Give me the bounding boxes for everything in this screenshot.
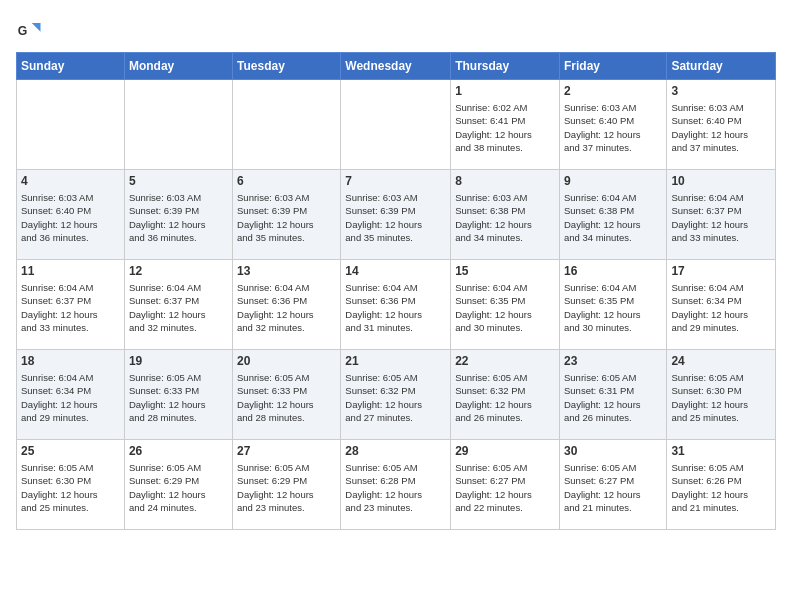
day-info: Sunrise: 6:04 AM Sunset: 6:37 PM Dayligh… xyxy=(129,281,228,334)
calendar: SundayMondayTuesdayWednesdayThursdayFrid… xyxy=(16,52,776,530)
day-number: 30 xyxy=(564,444,662,458)
header: G xyxy=(16,16,776,44)
day-info: Sunrise: 6:05 AM Sunset: 6:27 PM Dayligh… xyxy=(455,461,555,514)
day-info: Sunrise: 6:05 AM Sunset: 6:33 PM Dayligh… xyxy=(237,371,336,424)
day-number: 17 xyxy=(671,264,771,278)
calendar-cell: 16Sunrise: 6:04 AM Sunset: 6:35 PM Dayli… xyxy=(559,260,666,350)
day-info: Sunrise: 6:03 AM Sunset: 6:40 PM Dayligh… xyxy=(564,101,662,154)
day-info: Sunrise: 6:04 AM Sunset: 6:38 PM Dayligh… xyxy=(564,191,662,244)
svg-text:G: G xyxy=(18,24,28,38)
calendar-cell: 6Sunrise: 6:03 AM Sunset: 6:39 PM Daylig… xyxy=(233,170,341,260)
day-number: 15 xyxy=(455,264,555,278)
day-info: Sunrise: 6:04 AM Sunset: 6:34 PM Dayligh… xyxy=(671,281,771,334)
calendar-cell: 24Sunrise: 6:05 AM Sunset: 6:30 PM Dayli… xyxy=(667,350,776,440)
calendar-cell: 14Sunrise: 6:04 AM Sunset: 6:36 PM Dayli… xyxy=(341,260,451,350)
logo-icon: G xyxy=(16,16,44,44)
day-number: 29 xyxy=(455,444,555,458)
day-number: 27 xyxy=(237,444,336,458)
day-number: 31 xyxy=(671,444,771,458)
day-info: Sunrise: 6:05 AM Sunset: 6:30 PM Dayligh… xyxy=(671,371,771,424)
calendar-cell: 15Sunrise: 6:04 AM Sunset: 6:35 PM Dayli… xyxy=(451,260,560,350)
day-info: Sunrise: 6:05 AM Sunset: 6:30 PM Dayligh… xyxy=(21,461,120,514)
day-header-sunday: Sunday xyxy=(17,53,125,80)
calendar-cell: 1Sunrise: 6:02 AM Sunset: 6:41 PM Daylig… xyxy=(451,80,560,170)
day-header-friday: Friday xyxy=(559,53,666,80)
calendar-cell xyxy=(341,80,451,170)
day-number: 24 xyxy=(671,354,771,368)
day-number: 18 xyxy=(21,354,120,368)
day-info: Sunrise: 6:04 AM Sunset: 6:36 PM Dayligh… xyxy=(345,281,446,334)
calendar-cell: 3Sunrise: 6:03 AM Sunset: 6:40 PM Daylig… xyxy=(667,80,776,170)
day-number: 13 xyxy=(237,264,336,278)
calendar-cell xyxy=(17,80,125,170)
calendar-week-row: 11Sunrise: 6:04 AM Sunset: 6:37 PM Dayli… xyxy=(17,260,776,350)
day-number: 7 xyxy=(345,174,446,188)
day-info: Sunrise: 6:05 AM Sunset: 6:32 PM Dayligh… xyxy=(455,371,555,424)
day-number: 14 xyxy=(345,264,446,278)
day-info: Sunrise: 6:03 AM Sunset: 6:38 PM Dayligh… xyxy=(455,191,555,244)
day-info: Sunrise: 6:05 AM Sunset: 6:32 PM Dayligh… xyxy=(345,371,446,424)
calendar-cell: 28Sunrise: 6:05 AM Sunset: 6:28 PM Dayli… xyxy=(341,440,451,530)
day-number: 4 xyxy=(21,174,120,188)
day-header-monday: Monday xyxy=(124,53,232,80)
calendar-week-row: 4Sunrise: 6:03 AM Sunset: 6:40 PM Daylig… xyxy=(17,170,776,260)
calendar-cell: 12Sunrise: 6:04 AM Sunset: 6:37 PM Dayli… xyxy=(124,260,232,350)
calendar-cell xyxy=(233,80,341,170)
day-info: Sunrise: 6:03 AM Sunset: 6:39 PM Dayligh… xyxy=(129,191,228,244)
day-number: 21 xyxy=(345,354,446,368)
day-number: 3 xyxy=(671,84,771,98)
day-info: Sunrise: 6:05 AM Sunset: 6:33 PM Dayligh… xyxy=(129,371,228,424)
calendar-cell: 8Sunrise: 6:03 AM Sunset: 6:38 PM Daylig… xyxy=(451,170,560,260)
day-info: Sunrise: 6:04 AM Sunset: 6:37 PM Dayligh… xyxy=(671,191,771,244)
calendar-week-row: 25Sunrise: 6:05 AM Sunset: 6:30 PM Dayli… xyxy=(17,440,776,530)
day-number: 19 xyxy=(129,354,228,368)
day-info: Sunrise: 6:05 AM Sunset: 6:26 PM Dayligh… xyxy=(671,461,771,514)
day-number: 26 xyxy=(129,444,228,458)
calendar-cell: 19Sunrise: 6:05 AM Sunset: 6:33 PM Dayli… xyxy=(124,350,232,440)
calendar-cell: 29Sunrise: 6:05 AM Sunset: 6:27 PM Dayli… xyxy=(451,440,560,530)
day-number: 23 xyxy=(564,354,662,368)
day-number: 9 xyxy=(564,174,662,188)
calendar-cell: 4Sunrise: 6:03 AM Sunset: 6:40 PM Daylig… xyxy=(17,170,125,260)
day-info: Sunrise: 6:05 AM Sunset: 6:27 PM Dayligh… xyxy=(564,461,662,514)
day-number: 22 xyxy=(455,354,555,368)
day-info: Sunrise: 6:05 AM Sunset: 6:29 PM Dayligh… xyxy=(129,461,228,514)
calendar-cell: 25Sunrise: 6:05 AM Sunset: 6:30 PM Dayli… xyxy=(17,440,125,530)
calendar-cell: 9Sunrise: 6:04 AM Sunset: 6:38 PM Daylig… xyxy=(559,170,666,260)
day-info: Sunrise: 6:02 AM Sunset: 6:41 PM Dayligh… xyxy=(455,101,555,154)
calendar-cell: 27Sunrise: 6:05 AM Sunset: 6:29 PM Dayli… xyxy=(233,440,341,530)
day-header-tuesday: Tuesday xyxy=(233,53,341,80)
day-number: 1 xyxy=(455,84,555,98)
day-info: Sunrise: 6:04 AM Sunset: 6:34 PM Dayligh… xyxy=(21,371,120,424)
calendar-cell: 31Sunrise: 6:05 AM Sunset: 6:26 PM Dayli… xyxy=(667,440,776,530)
calendar-cell: 21Sunrise: 6:05 AM Sunset: 6:32 PM Dayli… xyxy=(341,350,451,440)
day-number: 8 xyxy=(455,174,555,188)
calendar-cell: 11Sunrise: 6:04 AM Sunset: 6:37 PM Dayli… xyxy=(17,260,125,350)
day-header-thursday: Thursday xyxy=(451,53,560,80)
svg-marker-1 xyxy=(32,23,41,32)
day-header-saturday: Saturday xyxy=(667,53,776,80)
calendar-cell: 2Sunrise: 6:03 AM Sunset: 6:40 PM Daylig… xyxy=(559,80,666,170)
day-number: 20 xyxy=(237,354,336,368)
calendar-cell: 13Sunrise: 6:04 AM Sunset: 6:36 PM Dayli… xyxy=(233,260,341,350)
calendar-cell: 26Sunrise: 6:05 AM Sunset: 6:29 PM Dayli… xyxy=(124,440,232,530)
day-number: 5 xyxy=(129,174,228,188)
day-info: Sunrise: 6:03 AM Sunset: 6:40 PM Dayligh… xyxy=(21,191,120,244)
calendar-week-row: 18Sunrise: 6:04 AM Sunset: 6:34 PM Dayli… xyxy=(17,350,776,440)
calendar-cell: 17Sunrise: 6:04 AM Sunset: 6:34 PM Dayli… xyxy=(667,260,776,350)
calendar-header-row: SundayMondayTuesdayWednesdayThursdayFrid… xyxy=(17,53,776,80)
logo: G xyxy=(16,16,48,44)
calendar-cell: 10Sunrise: 6:04 AM Sunset: 6:37 PM Dayli… xyxy=(667,170,776,260)
calendar-cell: 18Sunrise: 6:04 AM Sunset: 6:34 PM Dayli… xyxy=(17,350,125,440)
day-number: 2 xyxy=(564,84,662,98)
day-number: 6 xyxy=(237,174,336,188)
calendar-cell: 22Sunrise: 6:05 AM Sunset: 6:32 PM Dayli… xyxy=(451,350,560,440)
day-info: Sunrise: 6:05 AM Sunset: 6:28 PM Dayligh… xyxy=(345,461,446,514)
calendar-cell: 5Sunrise: 6:03 AM Sunset: 6:39 PM Daylig… xyxy=(124,170,232,260)
day-info: Sunrise: 6:03 AM Sunset: 6:40 PM Dayligh… xyxy=(671,101,771,154)
day-number: 11 xyxy=(21,264,120,278)
day-info: Sunrise: 6:05 AM Sunset: 6:29 PM Dayligh… xyxy=(237,461,336,514)
calendar-cell: 30Sunrise: 6:05 AM Sunset: 6:27 PM Dayli… xyxy=(559,440,666,530)
day-number: 25 xyxy=(21,444,120,458)
calendar-cell: 23Sunrise: 6:05 AM Sunset: 6:31 PM Dayli… xyxy=(559,350,666,440)
